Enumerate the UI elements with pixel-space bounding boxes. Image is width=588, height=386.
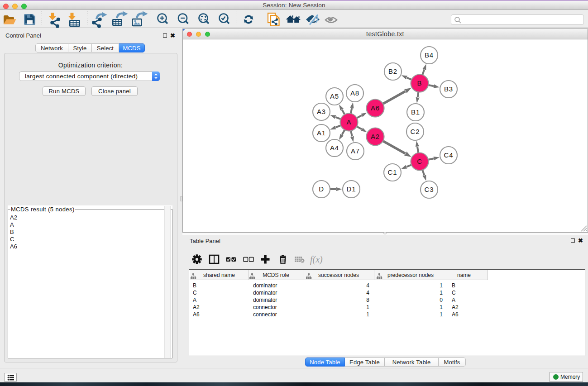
svg-text:A8: A8 [350, 89, 359, 97]
svg-text:C2: C2 [411, 128, 420, 135]
svg-text:A7: A7 [351, 147, 360, 155]
svg-text:A1: A1 [317, 129, 326, 137]
svg-text:D1: D1 [347, 185, 356, 193]
svg-text:A4: A4 [330, 144, 339, 152]
svg-text:B4: B4 [425, 51, 434, 59]
svg-text:B3: B3 [444, 85, 453, 93]
svg-text:B2: B2 [388, 67, 397, 75]
svg-text:B1: B1 [411, 108, 420, 116]
svg-text:A5: A5 [330, 92, 339, 100]
svg-text:C1: C1 [388, 168, 397, 176]
svg-text:f(x): f(x) [310, 254, 323, 265]
svg-text:C3: C3 [425, 186, 434, 193]
svg-text:A3: A3 [317, 108, 326, 115]
svg-text:B: B [417, 79, 422, 87]
svg-text:A: A [347, 118, 352, 126]
svg-text:C4: C4 [444, 151, 454, 159]
svg-text:A6: A6 [371, 104, 380, 112]
svg-text:A2: A2 [371, 133, 380, 140]
svg-text:D: D [319, 185, 324, 193]
svg-text:C: C [417, 157, 422, 165]
